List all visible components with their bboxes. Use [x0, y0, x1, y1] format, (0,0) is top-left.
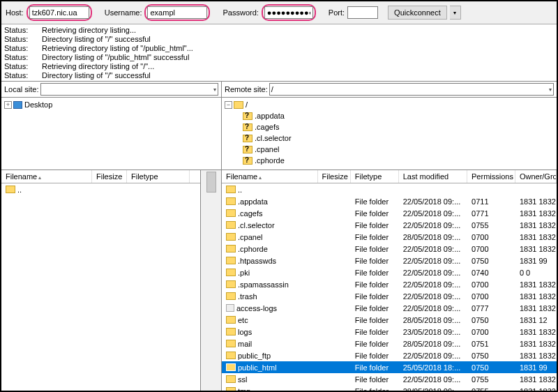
password-highlight — [262, 4, 316, 21]
log-label: Status: — [4, 35, 42, 44]
file-lists: FilenameFilesizeFiletype .. FilenameFile… — [1, 170, 557, 391]
directory-trees: + Desktop −/.appdata.cagefs.cl.selector.… — [1, 98, 557, 170]
port-label: Port: — [329, 8, 345, 17]
quickconnect-dropdown[interactable]: ▾ — [450, 6, 461, 20]
list-item[interactable]: mailFile folder28/05/2018 09:...07511831… — [222, 338, 557, 349]
tree-node-label[interactable]: .cl.selector — [255, 134, 292, 142]
password-input[interactable] — [264, 6, 313, 19]
log-label: Status: — [4, 26, 42, 35]
chevron-down-icon: ▾ — [213, 86, 216, 93]
log-message: Retrieving directory listing of "/"... — [42, 62, 154, 71]
list-item[interactable]: .htpasswdsFile folder22/05/2018 09:...07… — [222, 255, 557, 266]
username-label: Username: — [105, 8, 142, 17]
desktop-icon — [13, 101, 22, 109]
folder-icon — [226, 209, 236, 217]
column-header[interactable]: Filesize — [92, 170, 127, 183]
username-input[interactable] — [147, 6, 207, 19]
unknown-folder-icon — [243, 112, 252, 120]
folder-icon — [226, 316, 236, 324]
expand-icon[interactable]: + — [4, 101, 12, 109]
folder-icon — [226, 197, 236, 205]
list-item[interactable]: .trashFile folder22/05/2018 09:...070018… — [222, 290, 557, 302]
remote-site-combo[interactable]: / ▾ — [269, 83, 554, 96]
local-site-combo[interactable]: ▾ — [40, 83, 218, 96]
folder-icon — [226, 328, 236, 336]
column-header[interactable]: Owner/Gro — [515, 170, 557, 183]
tree-node-label[interactable]: .cagefs — [255, 123, 279, 131]
local-file-list[interactable]: FilenameFilesizeFiletype .. — [1, 170, 201, 391]
list-item[interactable]: .cagefsFile folder22/05/2018 09:...07711… — [222, 207, 557, 219]
unknown-folder-icon — [243, 135, 252, 142]
site-bar: Local site: ▾ Remote site: / ▾ — [1, 82, 557, 98]
tree-node-label[interactable]: .cpanel — [255, 145, 279, 153]
log-label: Status: — [4, 53, 42, 62]
list-item[interactable]: .cpanelFile folder28/05/2018 09:...07001… — [222, 231, 557, 243]
host-label: Host: — [6, 8, 24, 17]
remote-site-value: / — [271, 85, 273, 93]
folder-icon — [226, 363, 236, 371]
list-item[interactable]: public_htmlFile folder25/05/2018 18:...0… — [222, 361, 557, 373]
column-header[interactable]: Permissions — [467, 170, 515, 183]
local-tree[interactable]: + Desktop — [1, 98, 222, 169]
list-item[interactable]: .spamassassinFile folder22/05/2018 09:..… — [222, 278, 557, 290]
column-header[interactable]: Filesize — [318, 170, 351, 183]
folder-icon — [226, 233, 236, 241]
log-message: Retrieving directory listing of "/public… — [42, 44, 193, 53]
list-item[interactable]: sslFile folder22/05/2018 09:...07551831 … — [222, 373, 557, 385]
tree-node-label: / — [246, 100, 248, 109]
column-header[interactable]: Filename — [222, 170, 318, 183]
list-item[interactable]: logsFile folder23/05/2018 09:...07001831… — [222, 326, 557, 338]
list-item[interactable]: .cl.selectorFile folder22/05/2018 09:...… — [222, 219, 557, 231]
list-item[interactable]: etcFile folder28/05/2018 09:...07501831 … — [222, 314, 557, 326]
transfer-log[interactable]: Status:Retrieving directory listing...St… — [1, 24, 557, 82]
tree-node-label[interactable]: .appdata — [255, 112, 285, 120]
folder-icon — [226, 186, 236, 193]
quickconnect-button[interactable]: Quickconnect — [388, 6, 447, 20]
scrollbar-thumb[interactable] — [206, 172, 216, 193]
list-item[interactable]: .appdataFile folder22/05/2018 09:...0711… — [222, 195, 557, 207]
folder-icon — [226, 280, 236, 288]
log-label: Status: — [4, 44, 42, 53]
tree-node-label[interactable]: .cphorde — [255, 156, 285, 165]
unknown-folder-icon — [243, 157, 252, 165]
column-header[interactable]: Filetype — [351, 170, 399, 183]
log-message: Directory listing of "/" successful — [42, 71, 151, 80]
list-item[interactable]: public_ftpFile folder22/05/2018 09:...07… — [222, 349, 557, 361]
host-highlight — [27, 4, 92, 21]
list-item[interactable]: .. — [1, 183, 200, 195]
remote-tree[interactable]: −/.appdata.cagefs.cl.selector.cpanel.cph… — [222, 98, 557, 169]
port-input[interactable] — [347, 6, 378, 19]
log-label: Status: — [4, 71, 42, 80]
folder-icon — [234, 101, 243, 109]
connection-toolbar: Host: Username: Password: Port: Quickcon… — [1, 1, 557, 24]
remote-file-list[interactable]: FilenameFilesizeFiletypeLast modifiedPer… — [222, 170, 557, 391]
list-item[interactable]: .pkiFile folder22/05/2018 09:...07400 0 — [222, 266, 557, 278]
folder-icon — [226, 387, 236, 391]
folder-icon — [226, 340, 236, 347]
column-header[interactable]: Last modified — [399, 170, 467, 183]
folder-icon — [226, 257, 236, 264]
unknown-folder-icon — [243, 123, 252, 131]
log-message: Directory listing of "/public_html" succ… — [42, 53, 189, 62]
list-item[interactable]: .cphordeFile folder22/05/2018 09:...0700… — [222, 243, 557, 255]
folder-icon — [226, 245, 236, 252]
chevron-down-icon: ▾ — [549, 86, 552, 93]
unknown-folder-icon — [243, 146, 252, 153]
folder-icon — [226, 221, 236, 229]
local-scrollbar[interactable] — [201, 170, 222, 391]
list-item[interactable]: .. — [222, 183, 557, 195]
tree-node-label: Desktop — [24, 100, 52, 109]
list-item[interactable]: tmpFile folder28/05/2018 09:...07551831 … — [222, 385, 557, 391]
log-label: Status: — [4, 62, 42, 71]
log-message: Directory listing of "/" successful — [42, 35, 151, 44]
column-header[interactable]: Filetype — [127, 170, 190, 183]
host-input[interactable] — [29, 6, 89, 19]
list-item[interactable]: access-logsFile folder22/05/2018 09:...0… — [222, 302, 557, 314]
folder-icon — [226, 292, 236, 300]
local-site-label: Local site: — [4, 85, 39, 93]
password-label: Password: — [223, 8, 258, 17]
folder-icon — [226, 352, 236, 359]
column-header[interactable]: Filename — [1, 170, 92, 183]
collapse-icon[interactable]: − — [225, 101, 232, 109]
log-message: Retrieving directory listing... — [42, 26, 136, 35]
